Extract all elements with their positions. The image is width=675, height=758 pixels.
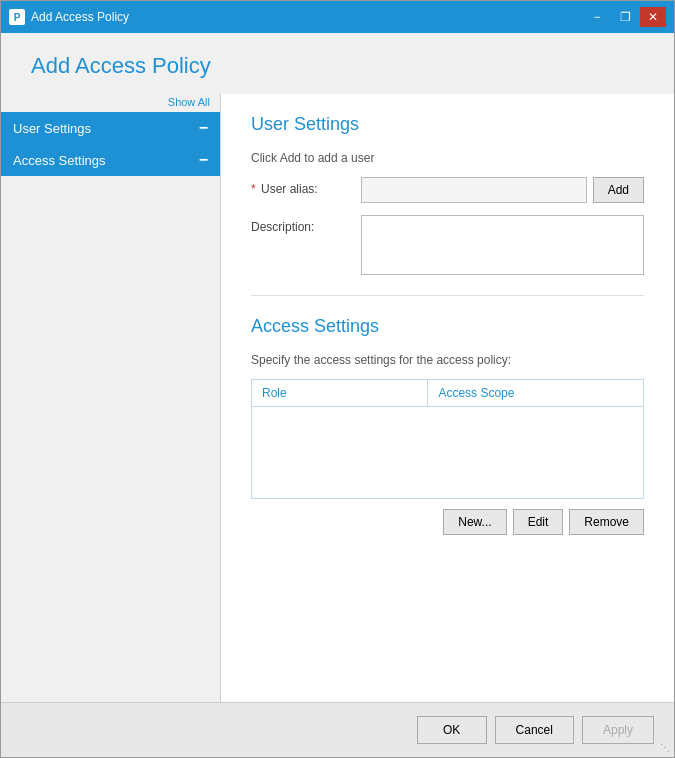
footer: OK Cancel Apply xyxy=(1,702,674,757)
sidebar-item-user-settings-collapse: − xyxy=(199,120,208,136)
window-icon: P xyxy=(9,9,25,25)
title-bar: P Add Access Policy − ❐ ✕ xyxy=(1,1,674,33)
user-alias-label: * User alias: xyxy=(251,177,361,196)
minimize-button[interactable]: − xyxy=(584,7,610,27)
user-alias-row: * User alias: Add xyxy=(251,177,644,203)
user-settings-title: User Settings xyxy=(251,114,644,135)
add-access-policy-window: P Add Access Policy − ❐ ✕ Add Access Pol… xyxy=(0,0,675,758)
user-alias-controls: Add xyxy=(361,177,644,203)
access-settings-title: Access Settings xyxy=(251,316,644,337)
title-bar-text: Add Access Policy xyxy=(31,10,129,24)
window-body-wrapper: Add Access Policy Show All User Settings… xyxy=(1,33,674,757)
access-table: Role Access Scope xyxy=(251,379,644,499)
resize-grip: ⋱ xyxy=(660,742,670,753)
show-all-link[interactable]: Show All xyxy=(1,94,220,112)
section-divider xyxy=(251,295,644,296)
sidebar-item-access-settings-collapse: − xyxy=(199,152,208,168)
table-empty-row xyxy=(252,407,644,499)
restore-button[interactable]: ❐ xyxy=(612,7,638,27)
cancel-button[interactable]: Cancel xyxy=(495,716,574,744)
add-user-button[interactable]: Add xyxy=(593,177,644,203)
sidebar-item-access-settings[interactable]: Access Settings − xyxy=(1,144,220,176)
sidebar: Show All User Settings − Access Settings… xyxy=(1,94,221,702)
role-column-header: Role xyxy=(252,380,428,407)
access-scope-column-header: Access Scope xyxy=(428,380,644,407)
close-button[interactable]: ✕ xyxy=(640,7,666,27)
required-indicator: * xyxy=(251,182,256,196)
description-control xyxy=(361,215,644,275)
description-row: Description: xyxy=(251,215,644,275)
page-title: Add Access Policy xyxy=(1,33,674,94)
edit-button[interactable]: Edit xyxy=(513,509,564,535)
main-panel: User Settings Click Add to add a user * … xyxy=(221,94,674,702)
title-bar-controls: − ❐ ✕ xyxy=(584,7,666,27)
description-label: Description: xyxy=(251,215,361,234)
title-bar-left: P Add Access Policy xyxy=(9,9,129,25)
access-settings-hint: Specify the access settings for the acce… xyxy=(251,353,644,367)
table-actions: New... Edit Remove xyxy=(251,509,644,535)
sidebar-item-user-settings-label: User Settings xyxy=(13,121,91,136)
description-input[interactable] xyxy=(361,215,644,275)
content-area: Show All User Settings − Access Settings… xyxy=(1,94,674,702)
user-alias-input[interactable] xyxy=(361,177,587,203)
user-settings-hint: Click Add to add a user xyxy=(251,151,644,165)
sidebar-item-access-settings-label: Access Settings xyxy=(13,153,106,168)
apply-button[interactable]: Apply xyxy=(582,716,654,744)
new-button[interactable]: New... xyxy=(443,509,506,535)
remove-button[interactable]: Remove xyxy=(569,509,644,535)
ok-button[interactable]: OK xyxy=(417,716,487,744)
sidebar-item-user-settings[interactable]: User Settings − xyxy=(1,112,220,144)
